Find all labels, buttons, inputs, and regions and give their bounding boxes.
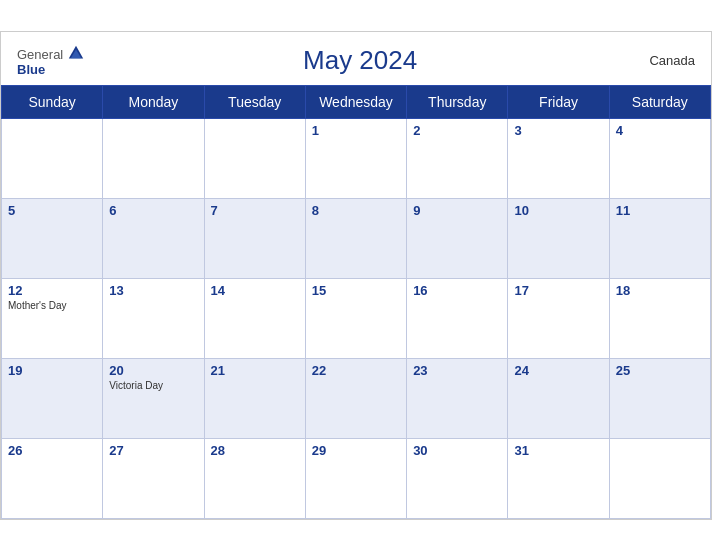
calendar-cell: 5: [2, 198, 103, 278]
day-number: 4: [616, 123, 704, 138]
calendar-cell: 23: [407, 358, 508, 438]
day-number: 26: [8, 443, 96, 458]
calendar-row: 567891011: [2, 198, 711, 278]
calendar-cell: 4: [609, 118, 710, 198]
day-number: 11: [616, 203, 704, 218]
calendar-cell: 6: [103, 198, 204, 278]
day-number: 13: [109, 283, 197, 298]
calendar-cell: 22: [305, 358, 406, 438]
day-number: 17: [514, 283, 602, 298]
calendar-cell: [103, 118, 204, 198]
header-friday: Friday: [508, 85, 609, 118]
calendar-cell: 14: [204, 278, 305, 358]
header-monday: Monday: [103, 85, 204, 118]
calendar-cell: 19: [2, 358, 103, 438]
calendar-header: General Blue May 2024 Canada: [1, 32, 711, 85]
country-label: Canada: [635, 53, 695, 68]
calendar-cell: 12Mother's Day: [2, 278, 103, 358]
calendar-cell: 31: [508, 438, 609, 518]
calendar-cell: 1: [305, 118, 406, 198]
logo-blue-text-area: Blue: [17, 62, 45, 77]
day-number: 10: [514, 203, 602, 218]
day-number: 12: [8, 283, 96, 298]
day-number: 23: [413, 363, 501, 378]
calendar-cell: 16: [407, 278, 508, 358]
calendar-row: 262728293031: [2, 438, 711, 518]
calendar: General Blue May 2024 Canada Sunday Mond…: [0, 31, 712, 520]
calendar-title: May 2024: [85, 45, 635, 76]
day-number: 18: [616, 283, 704, 298]
calendar-cell: 17: [508, 278, 609, 358]
logo-text: General: [17, 44, 85, 62]
logo-area: General Blue: [17, 44, 85, 77]
logo-general-text: General: [17, 47, 63, 62]
holiday-label: Mother's Day: [8, 300, 96, 311]
calendar-cell: 7: [204, 198, 305, 278]
calendar-cell: 2: [407, 118, 508, 198]
weekday-header-row: Sunday Monday Tuesday Wednesday Thursday…: [2, 85, 711, 118]
day-number: 6: [109, 203, 197, 218]
day-number: 3: [514, 123, 602, 138]
day-number: 31: [514, 443, 602, 458]
calendar-cell: [609, 438, 710, 518]
calendar-cell: 26: [2, 438, 103, 518]
calendar-cell: 21: [204, 358, 305, 438]
calendar-cell: 24: [508, 358, 609, 438]
calendar-table: Sunday Monday Tuesday Wednesday Thursday…: [1, 85, 711, 519]
day-number: 5: [8, 203, 96, 218]
calendar-cell: [2, 118, 103, 198]
day-number: 2: [413, 123, 501, 138]
logo-blue-text: Blue: [17, 62, 45, 77]
day-number: 15: [312, 283, 400, 298]
calendar-row: 1920Victoria Day2122232425: [2, 358, 711, 438]
day-number: 19: [8, 363, 96, 378]
calendar-cell: 20Victoria Day: [103, 358, 204, 438]
calendar-cell: 27: [103, 438, 204, 518]
day-number: 8: [312, 203, 400, 218]
header-tuesday: Tuesday: [204, 85, 305, 118]
day-number: 14: [211, 283, 299, 298]
day-number: 16: [413, 283, 501, 298]
header-sunday: Sunday: [2, 85, 103, 118]
day-number: 28: [211, 443, 299, 458]
header-saturday: Saturday: [609, 85, 710, 118]
day-number: 21: [211, 363, 299, 378]
calendar-cell: 29: [305, 438, 406, 518]
calendar-cell: 25: [609, 358, 710, 438]
calendar-cell: [204, 118, 305, 198]
calendar-cell: 15: [305, 278, 406, 358]
header-thursday: Thursday: [407, 85, 508, 118]
calendar-cell: 3: [508, 118, 609, 198]
calendar-cell: 18: [609, 278, 710, 358]
day-number: 1: [312, 123, 400, 138]
header-wednesday: Wednesday: [305, 85, 406, 118]
calendar-cell: 11: [609, 198, 710, 278]
calendar-cell: 30: [407, 438, 508, 518]
calendar-cell: 8: [305, 198, 406, 278]
day-number: 22: [312, 363, 400, 378]
logo-icon: [67, 44, 85, 62]
day-number: 30: [413, 443, 501, 458]
day-number: 7: [211, 203, 299, 218]
calendar-row: 1234: [2, 118, 711, 198]
calendar-cell: 9: [407, 198, 508, 278]
day-number: 25: [616, 363, 704, 378]
calendar-row: 12Mother's Day131415161718: [2, 278, 711, 358]
day-number: 9: [413, 203, 501, 218]
day-number: 27: [109, 443, 197, 458]
holiday-label: Victoria Day: [109, 380, 197, 391]
day-number: 24: [514, 363, 602, 378]
day-number: 20: [109, 363, 197, 378]
day-number: 29: [312, 443, 400, 458]
calendar-cell: 13: [103, 278, 204, 358]
calendar-cell: 28: [204, 438, 305, 518]
calendar-cell: 10: [508, 198, 609, 278]
